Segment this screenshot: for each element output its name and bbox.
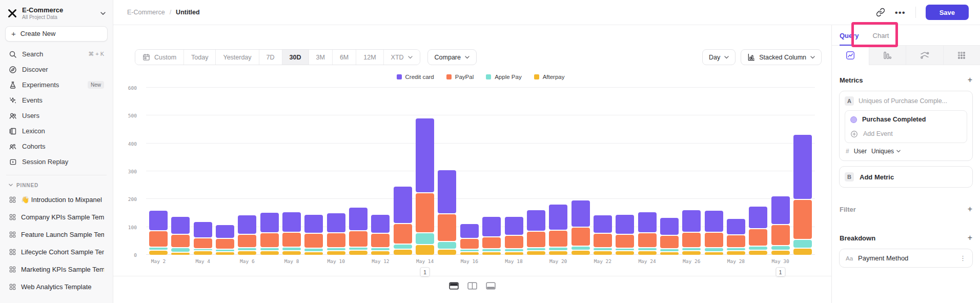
bar-may-8[interactable]: May 8 <box>282 212 301 255</box>
bar-segment-paypal <box>416 193 434 232</box>
pinned-board-company-kpis-sample-templat[interactable]: Company KPIs Sample Templat <box>5 209 108 226</box>
bar-may-4[interactable]: May 4 <box>194 222 212 255</box>
save-button[interactable]: Save <box>926 5 969 20</box>
bar-may-15[interactable] <box>438 170 456 255</box>
bar-may-16[interactable]: May 16 <box>460 224 479 255</box>
bar-may-28[interactable]: May 28 <box>727 219 745 255</box>
range-6m-button[interactable]: 6M <box>333 50 356 65</box>
add-metric-plus-icon[interactable]: + <box>968 76 972 84</box>
pinned-section-header[interactable]: PINNED <box>5 180 108 191</box>
bar-may-10[interactable]: May 10 <box>327 213 345 255</box>
range-7d-button[interactable]: 7D <box>259 50 282 65</box>
bar-may-14[interactable]: May 141 <box>416 118 434 255</box>
pinned-board-web-analytics-template[interactable]: Web Analytics Template <box>5 278 108 296</box>
granularity-dropdown[interactable]: Day <box>702 49 736 65</box>
bar-may-20[interactable]: May 20 <box>549 205 567 255</box>
add-filter-plus-icon[interactable]: + <box>968 205 972 213</box>
sidebar-item-events[interactable]: Events <box>5 93 108 108</box>
bar-segment-paypal <box>705 233 723 247</box>
pinned-board-label: Feature Launch Sample Templa <box>21 231 104 238</box>
breakdown-item-payment-method[interactable]: Aa Payment Method ⋮ <box>839 249 973 268</box>
bar-may-3[interactable] <box>171 217 190 255</box>
bar-may-26[interactable]: May 26 <box>682 210 701 255</box>
board-grid-icon <box>9 196 16 204</box>
bar-may-24[interactable]: May 24 <box>638 212 657 255</box>
metric-card-b-add-metric[interactable]: B Add Metric <box>839 166 973 188</box>
layout-columns-button[interactable] <box>465 280 479 292</box>
add-breakdown-plus-icon[interactable]: + <box>968 234 972 242</box>
legend-item-credit-card[interactable]: Credit card <box>397 74 434 80</box>
sidebar-item-experiments[interactable]: ExperimentsNew <box>5 77 108 93</box>
create-new-button[interactable]: + Create New <box>5 26 108 42</box>
legend-item-paypal[interactable]: PayPal <box>446 74 474 80</box>
sidebar-item-search[interactable]: Search⌘ + K <box>5 47 108 62</box>
sidebar-item-discover[interactable]: Discover <box>5 62 108 77</box>
range-12m-button[interactable]: 12M <box>356 50 383 65</box>
pinned-board-feature-launch-sample-templa[interactable]: Feature Launch Sample Templa <box>5 226 108 244</box>
sidebar-item-users[interactable]: Users <box>5 108 108 124</box>
bar-may-19[interactable] <box>527 210 545 255</box>
bar-may-25[interactable] <box>660 218 679 255</box>
sidebar-item-session-replay[interactable]: Session Replay <box>5 154 108 170</box>
bar-may-6[interactable]: May 6 <box>238 215 256 255</box>
event-row[interactable]: Purchase Completed <box>850 112 962 127</box>
aggregation-row[interactable]: # User Uniques <box>846 148 967 155</box>
breadcrumb-project[interactable]: E-Commerce <box>127 9 165 16</box>
bar-may-29[interactable] <box>749 207 767 255</box>
bar-may-2[interactable]: May 2 <box>149 211 168 255</box>
chart-type-dropdown[interactable]: Stacked Column <box>741 49 822 65</box>
session-replay-icon <box>9 158 17 166</box>
tab-insights[interactable] <box>832 46 869 65</box>
breadcrumb-report-title[interactable]: Untitled <box>176 9 200 16</box>
range-30d-button[interactable]: 30D <box>282 50 309 65</box>
retention-icon <box>956 50 967 60</box>
range-3m-button[interactable]: 3M <box>309 50 333 65</box>
bar-may-13[interactable] <box>394 187 412 255</box>
bar-may-17[interactable] <box>482 217 501 255</box>
bar-may-27[interactable] <box>705 211 723 255</box>
range-xtd-button[interactable]: XTD <box>384 50 420 65</box>
compare-button[interactable]: Compare <box>427 49 477 65</box>
range-today-button[interactable]: Today <box>184 50 216 65</box>
bar-may-5[interactable] <box>216 225 234 255</box>
bar-segment-credit-card <box>660 218 679 235</box>
legend-item-afterpay[interactable]: Afterpay <box>534 74 565 80</box>
sidebar-item-lexicon[interactable]: Lexicon <box>5 124 108 139</box>
metric-a-name-row[interactable]: A Uniques of Purchase Comple... <box>845 96 967 106</box>
tab-chart[interactable]: Chart <box>873 32 889 45</box>
bar-may-9[interactable] <box>304 215 323 255</box>
layout-bottom-button[interactable] <box>484 280 498 292</box>
bar-may-12[interactable]: May 12 <box>371 215 390 255</box>
bar-may-18[interactable]: May 18 <box>505 217 523 255</box>
bar-may-30[interactable]: May 301 <box>771 196 790 255</box>
tab-funnels[interactable] <box>869 46 906 65</box>
pinned-board-marketing-kpis-sample-templat[interactable]: Marketing KPIs Sample Templat <box>5 261 108 278</box>
legend-swatch <box>397 74 402 79</box>
sidebar-item-cohorts[interactable]: Cohorts <box>5 139 108 154</box>
bar-may-11[interactable] <box>349 208 368 255</box>
kebab-menu-icon[interactable]: ⋮ <box>959 254 966 262</box>
legend-item-apple-pay[interactable]: Apple Pay <box>486 74 521 80</box>
pinned-board-lifecycle-cohort-sample-temp[interactable]: Lifecycle Cohort Sample Temp <box>5 244 108 261</box>
bar-segment-afterpay <box>238 251 256 255</box>
range-custom-button[interactable]: Custom <box>135 50 184 65</box>
tab-retention[interactable] <box>943 46 980 65</box>
add-event-row[interactable]: Add Event <box>850 127 962 141</box>
breakdown-label: Payment Method <box>858 254 908 262</box>
bar-may-7[interactable] <box>260 213 279 255</box>
layout-rows-button[interactable] <box>447 280 461 292</box>
bar-may-21[interactable] <box>571 200 590 255</box>
tab-flows[interactable] <box>906 46 943 65</box>
bar-may-23[interactable] <box>616 215 634 255</box>
bar-segment-afterpay <box>660 252 679 255</box>
pinned-board-introduction-to-mixpanel-bo[interactable]: 👋 Introduction to Mixpanel Bo <box>5 191 108 209</box>
chart-toolbar: CustomTodayYesterday7D30D3M6M12MXTD Comp… <box>135 49 822 65</box>
bar-may-22[interactable]: May 22 <box>594 215 612 255</box>
link-icon[interactable] <box>876 8 885 17</box>
bar-may-31[interactable] <box>793 135 812 255</box>
project-switcher[interactable]: E-Commerce All Project Data <box>5 5 108 26</box>
tab-query[interactable]: Query <box>840 32 859 45</box>
range-yesterday-button[interactable]: Yesterday <box>216 50 259 65</box>
more-options-icon[interactable]: ••• <box>895 8 906 17</box>
bar-segment-paypal <box>304 234 323 248</box>
